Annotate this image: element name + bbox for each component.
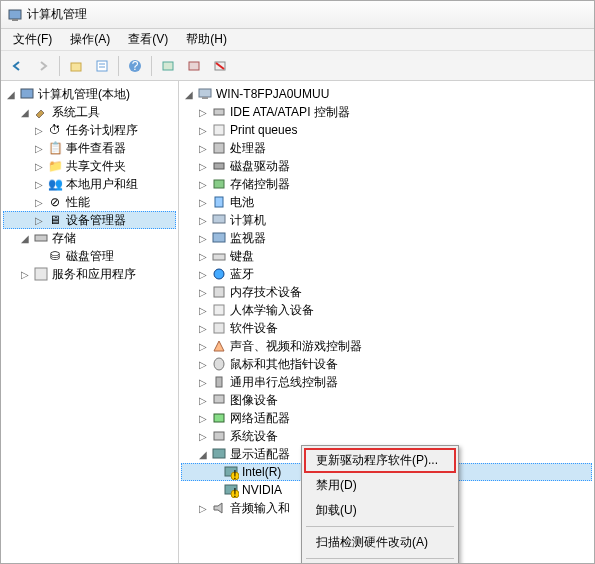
collapse-icon[interactable]: ◢ [183,88,195,100]
device-category[interactable]: ▷ 声音、视频和游戏控制器 [181,337,592,355]
svg-rect-33 [214,395,224,403]
tree-label: 存储控制器 [230,176,290,193]
expand-icon[interactable]: ▷ [197,142,209,154]
expand-icon[interactable]: ▷ [197,340,209,352]
ctx-disable[interactable]: 禁用(D) [304,473,456,498]
ctx-properties[interactable]: 属性(R) [304,562,456,563]
device-category[interactable]: ▷ 计算机 [181,211,592,229]
expand-icon[interactable]: ▷ [33,196,45,208]
device-category[interactable]: ▷ 键盘 [181,247,592,265]
ctx-uninstall[interactable]: 卸载(U) [304,498,456,523]
device-root[interactable]: ◢ WIN-T8FPJA0UMUU [181,85,592,103]
item-icon: ⊘ [47,194,63,210]
window-title: 计算机管理 [27,6,87,23]
device-icon [211,356,227,372]
device-category[interactable]: ▷ 内存技术设备 [181,283,592,301]
expand-icon[interactable]: ▷ [197,250,209,262]
update-button[interactable] [182,54,206,78]
ctx-update-driver[interactable]: 更新驱动程序软件(P)... [304,448,456,473]
expand-icon[interactable]: ▷ [197,160,209,172]
tree-root[interactable]: ◢ 计算机管理(本地) [3,85,176,103]
tree-item[interactable]: ▷ ⊘ 性能 [3,193,176,211]
menu-action[interactable]: 操作(A) [62,29,118,50]
expand-icon[interactable]: ▷ [197,286,209,298]
device-category[interactable]: ▷ 蓝牙 [181,265,592,283]
device-category[interactable]: ▷ 鼠标和其他指针设备 [181,355,592,373]
expand-icon[interactable]: ▷ [33,142,45,154]
device-category[interactable]: ▷ 网络适配器 [181,409,592,427]
tree-label: 磁盘驱动器 [230,158,290,175]
tree-label: 监视器 [230,230,266,247]
svg-rect-22 [215,197,223,207]
expand-icon[interactable]: ▷ [197,502,209,514]
expand-icon[interactable]: ▷ [197,376,209,388]
device-category[interactable]: ▷ IDE ATA/ATAPI 控制器 [181,103,592,121]
expand-icon[interactable]: ▷ [197,430,209,442]
tree-item[interactable]: ▷ 📋 事件查看器 [3,139,176,157]
tree-item[interactable]: ▷ 📁 共享文件夹 [3,157,176,175]
device-category[interactable]: ▷ 软件设备 [181,319,592,337]
expand-icon[interactable]: ▷ [19,268,31,280]
item-icon: 🖥 [47,212,63,228]
props-button[interactable] [90,54,114,78]
tree-item[interactable]: ⛁ 磁盘管理 [3,247,176,265]
device-icon [211,212,227,228]
collapse-icon[interactable]: ◢ [19,106,31,118]
svg-rect-23 [213,215,225,223]
left-tree: ◢ 计算机管理(本地) ◢ 系统工具 ▷ ⏱ 任务计划程序 ▷ 📋 事件查看器 … [3,85,176,283]
tree-label: 电池 [230,194,254,211]
expand-icon[interactable]: ▷ [33,160,45,172]
expand-icon[interactable]: ▷ [197,214,209,226]
collapse-icon[interactable]: ◢ [197,448,209,460]
expand-icon[interactable]: ▷ [197,106,209,118]
tree-item[interactable]: ▷ ⏱ 任务计划程序 [3,121,176,139]
device-category[interactable]: ▷ 处理器 [181,139,592,157]
back-button[interactable] [5,54,29,78]
tree-label: 鼠标和其他指针设备 [230,356,338,373]
device-category[interactable]: ▷ 图像设备 [181,391,592,409]
device-category[interactable]: ▷ 通用串行总线控制器 [181,373,592,391]
menu-view[interactable]: 查看(V) [120,29,176,50]
menu-bar: 文件(F) 操作(A) 查看(V) 帮助(H) [1,29,594,51]
svg-rect-18 [214,125,224,135]
help-button[interactable]: ? [123,54,147,78]
expand-icon[interactable]: ▷ [197,268,209,280]
expand-icon[interactable]: ▷ [197,322,209,334]
device-category[interactable]: ▷ 存储控制器 [181,175,592,193]
device-category[interactable]: ▷ 系统设备 [181,427,592,445]
expand-icon[interactable]: ▷ [197,124,209,136]
tree-services[interactable]: ▷ 服务和应用程序 [3,265,176,283]
forward-button[interactable] [31,54,55,78]
menu-help[interactable]: 帮助(H) [178,29,235,50]
ctx-scan[interactable]: 扫描检测硬件改动(A) [304,530,456,555]
uninstall-button[interactable] [208,54,232,78]
collapse-icon[interactable]: ◢ [19,232,31,244]
expand-icon[interactable]: ▷ [197,232,209,244]
device-icon [211,122,227,138]
scan-button[interactable] [156,54,180,78]
expand-icon[interactable]: ▷ [33,178,45,190]
svg-rect-14 [35,268,47,280]
device-category[interactable]: ▷ 监视器 [181,229,592,247]
tree-label: 通用串行总线控制器 [230,374,338,391]
tree-system-tools[interactable]: ◢ 系统工具 [3,103,176,121]
expand-icon[interactable]: ▷ [33,214,45,226]
expand-icon[interactable]: ▷ [197,196,209,208]
expand-icon[interactable]: ▷ [197,394,209,406]
device-category[interactable]: ▷ 磁盘驱动器 [181,157,592,175]
tree-item[interactable]: ▷ 🖥 设备管理器 [3,211,176,229]
expand-icon[interactable]: ▷ [197,358,209,370]
item-icon: 📁 [47,158,63,174]
expand-icon[interactable]: ▷ [197,178,209,190]
expand-icon[interactable]: ▷ [197,412,209,424]
menu-file[interactable]: 文件(F) [5,29,60,50]
collapse-icon[interactable]: ◢ [5,88,17,100]
up-button[interactable] [64,54,88,78]
tree-storage[interactable]: ◢ 存储 [3,229,176,247]
device-category[interactable]: ▷ 人体学输入设备 [181,301,592,319]
expand-icon[interactable]: ▷ [197,304,209,316]
expand-icon[interactable]: ▷ [33,124,45,136]
tree-item[interactable]: ▷ 👥 本地用户和组 [3,175,176,193]
device-category[interactable]: ▷ Print queues [181,121,592,139]
device-category[interactable]: ▷ 电池 [181,193,592,211]
